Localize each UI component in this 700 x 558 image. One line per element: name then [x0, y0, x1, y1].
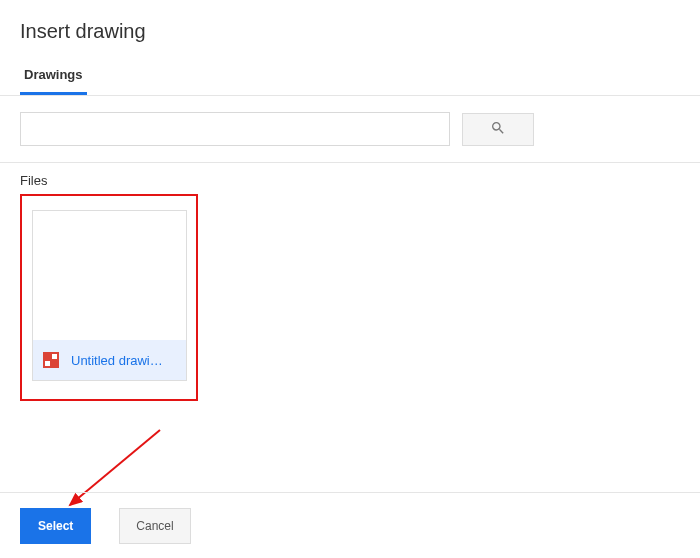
cancel-button[interactable]: Cancel	[119, 508, 190, 544]
highlight-annotation: Untitled drawi…	[20, 194, 198, 401]
select-button[interactable]: Select	[20, 508, 91, 544]
search-row	[0, 96, 700, 162]
search-input[interactable]	[20, 112, 450, 146]
file-name: Untitled drawi…	[71, 353, 163, 368]
files-label: Files	[20, 173, 680, 188]
file-caption: Untitled drawi…	[33, 340, 186, 380]
tab-drawings[interactable]: Drawings	[20, 59, 87, 95]
tabs-row: Drawings	[0, 59, 700, 95]
search-icon	[490, 120, 506, 139]
dialog-footer: Select Cancel	[0, 492, 700, 558]
search-button[interactable]	[462, 113, 534, 146]
file-card[interactable]: Untitled drawi…	[32, 210, 187, 381]
file-thumbnail	[33, 211, 186, 340]
drawing-icon	[43, 352, 59, 368]
dialog-title: Insert drawing	[0, 0, 700, 59]
files-section: Files Untitled drawi…	[0, 163, 700, 401]
